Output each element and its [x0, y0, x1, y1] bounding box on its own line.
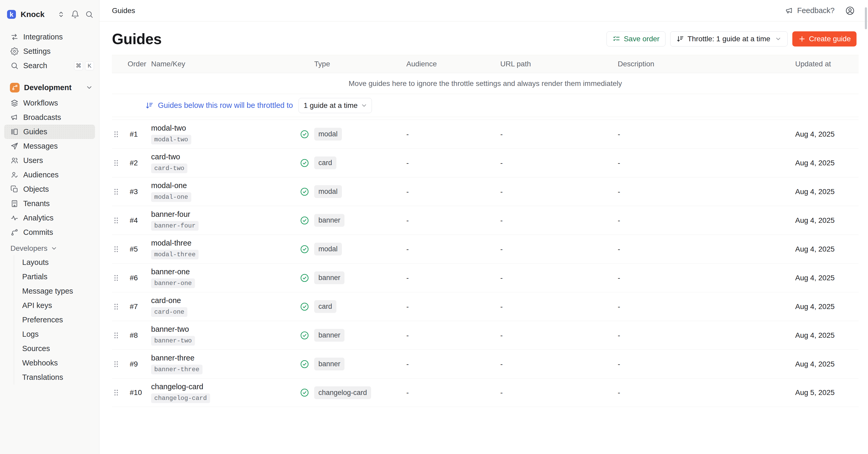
sidebar-item-analytics[interactable]: Analytics	[0, 211, 99, 225]
breadcrumb[interactable]: Guides	[112, 6, 135, 15]
page-header: Guides Save order Throttle: 1 guide at a…	[99, 22, 868, 55]
sidebar-subitem[interactable]: Webhooks	[14, 356, 99, 370]
sidebar-item-broadcasts[interactable]: Broadcasts	[0, 110, 99, 124]
guide-name[interactable]: banner-three	[151, 354, 194, 362]
drag-handle-icon[interactable]	[112, 188, 128, 196]
table-row[interactable]: #6 banner-one banner-one banner - -	[112, 263, 859, 292]
guide-name-cell: card-one card-one	[151, 296, 294, 317]
throttle-divider-row[interactable]: Guides below this row will be throttled …	[112, 94, 859, 117]
ignore-throttle-dropzone[interactable]: Move guides here to ignore the throttle …	[112, 73, 859, 94]
guide-name-cell: banner-two banner-two	[151, 325, 294, 346]
drag-handle-icon[interactable]	[112, 303, 128, 311]
guide-description: -	[614, 216, 791, 225]
sidebar-subitem[interactable]: Logs	[14, 327, 99, 341]
sort-descending-icon	[145, 101, 153, 110]
sidebar-item-objects[interactable]: Objects	[0, 182, 99, 196]
guide-audience: -	[402, 159, 496, 167]
table-row[interactable]: #5 modal-three modal-three modal - -	[112, 234, 859, 263]
guide-key-badge: banner-one	[151, 279, 195, 288]
guide-type-cell: modal	[314, 243, 402, 255]
guide-name[interactable]: modal-two	[151, 124, 186, 133]
user-avatar-icon[interactable]	[845, 6, 855, 16]
guide-order: #2	[128, 159, 151, 167]
bell-icon[interactable]	[71, 10, 79, 19]
guide-key-badge: changelog-card	[151, 393, 210, 403]
sidebar-item-search[interactable]: Search ⌘ K	[0, 58, 99, 73]
guide-name[interactable]: changelog-card	[151, 382, 203, 391]
drag-handle-icon[interactable]	[112, 217, 128, 224]
column-header-order: Order	[128, 60, 151, 68]
guide-name[interactable]: modal-one	[151, 181, 187, 190]
column-header-name-key: Name/Key	[151, 60, 294, 68]
table-row[interactable]: #10 changelog-card changelog-card change…	[112, 378, 859, 407]
feedback-button[interactable]: Feedback?	[785, 6, 835, 15]
sidebar-subitem[interactable]: Message types	[14, 284, 99, 298]
megaphone-icon	[10, 113, 19, 121]
guide-name[interactable]: card-one	[151, 296, 181, 305]
table-row[interactable]: #4 banner-four banner-four banner - -	[112, 206, 859, 234]
table-row[interactable]: #3 modal-one modal-one modal - -	[112, 177, 859, 206]
environment-switcher[interactable]: Development	[0, 79, 99, 96]
sidebar-item-tenants[interactable]: Tenants	[0, 196, 99, 211]
sidebar-subitem[interactable]: Translations	[14, 370, 99, 385]
create-guide-button[interactable]: Create guide	[792, 31, 857, 47]
guide-name[interactable]: banner-one	[151, 267, 190, 276]
guide-key-badge: modal-two	[151, 135, 191, 144]
drag-handle-icon[interactable]	[112, 159, 128, 167]
drag-handle-icon[interactable]	[112, 274, 128, 282]
throttle-amount-select[interactable]: 1 guide at a time	[299, 98, 372, 113]
sidebar-item-users[interactable]: Users	[0, 153, 99, 168]
check-circle-icon	[300, 245, 309, 254]
guide-order: #4	[128, 216, 151, 225]
guide-url-path: -	[496, 389, 614, 397]
drag-handle-icon[interactable]	[112, 245, 128, 253]
drag-handle-icon[interactable]	[112, 130, 128, 138]
guide-url-path: -	[496, 159, 614, 167]
drag-handle-icon[interactable]	[112, 332, 128, 339]
search-icon[interactable]	[85, 10, 93, 19]
guide-name[interactable]: card-two	[151, 152, 180, 161]
sidebar-subitem[interactable]: Sources	[14, 341, 99, 356]
sidebar-nav: Integrations Settings Search ⌘ K	[0, 30, 99, 385]
table-row[interactable]: #2 card-two card-two card - -	[112, 148, 859, 177]
sidebar-item-guides[interactable]: Guides	[4, 124, 95, 139]
sidebar-subitem[interactable]: API keys	[14, 298, 99, 313]
guide-rows: #1 modal-two modal-two modal - -	[112, 117, 859, 407]
building-icon	[10, 200, 19, 208]
guide-name-cell: modal-three modal-three	[151, 239, 294, 259]
megaphone-icon	[785, 6, 794, 15]
throttle-dropdown-button[interactable]: Throttle: 1 guide at a time	[670, 31, 787, 47]
table-row[interactable]: #9 banner-three banner-three banner - -	[112, 349, 859, 378]
sidebar-subitem[interactable]: Preferences	[14, 313, 99, 327]
workspace-header: k Knock	[0, 0, 99, 22]
check-circle-icon	[300, 130, 309, 139]
guide-name[interactable]: modal-three	[151, 239, 191, 247]
guide-url-path: -	[496, 360, 614, 368]
sidebar-item-audiences[interactable]: Audiences	[0, 168, 99, 182]
table-row[interactable]: #8 banner-two banner-two banner - -	[112, 321, 859, 349]
sidebar-item-integrations[interactable]: Integrations	[0, 30, 99, 44]
sidebar-subitem[interactable]: Layouts	[14, 255, 99, 269]
drag-handle-icon[interactable]	[112, 360, 128, 368]
guide-name-cell: card-two card-two	[151, 152, 294, 173]
sidebar-item-commits[interactable]: Commits	[0, 225, 99, 239]
vertical-scrollbar[interactable]	[865, 7, 867, 29]
check-circle-icon	[300, 273, 309, 283]
table-row[interactable]: #7 card-one card-one card - -	[112, 292, 859, 321]
sidebar-item-settings[interactable]: Settings	[0, 44, 99, 58]
users-icon	[10, 157, 19, 165]
sidebar-subitem[interactable]: Partials	[14, 269, 99, 284]
drag-handle-icon[interactable]	[112, 389, 128, 397]
guide-name[interactable]: banner-four	[151, 210, 190, 219]
guide-audience: -	[402, 188, 496, 196]
guide-name[interactable]: banner-two	[151, 325, 189, 334]
guide-description: -	[614, 245, 791, 253]
save-order-button[interactable]: Save order	[607, 31, 665, 47]
table-row[interactable]: #1 modal-two modal-two modal - -	[112, 120, 859, 148]
developers-section-toggle[interactable]: Developers	[0, 242, 99, 255]
plus-icon	[798, 35, 806, 43]
guide-key-badge: modal-three	[151, 250, 198, 259]
sidebar-item-workflows[interactable]: Workflows	[0, 96, 99, 110]
sidebar-item-messages[interactable]: Messages	[0, 139, 99, 153]
workspace-switcher-icon[interactable]	[57, 10, 65, 19]
